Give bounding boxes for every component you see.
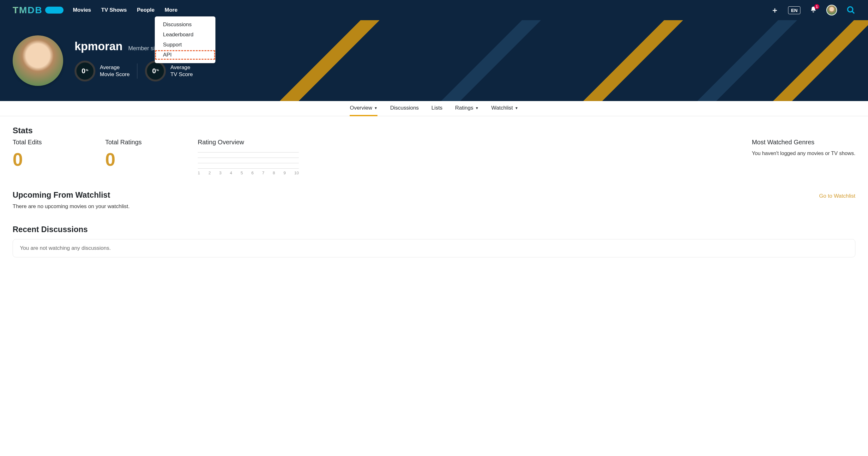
upcoming-text: There are no upcoming movies on your wat… [12, 203, 856, 210]
recent-discussions-section: Recent Discussions You are not watching … [12, 225, 856, 257]
recent-discussions-empty: You are not watching any discussions. [12, 239, 856, 257]
caret-down-icon: ▼ [515, 106, 518, 110]
avatar[interactable] [826, 5, 837, 15]
total-ratings-col: Total Ratings 0 [105, 139, 198, 175]
tab-lists[interactable]: Lists [432, 101, 442, 116]
tab-discussions[interactable]: Discussions [390, 101, 419, 116]
tab-watchlist[interactable]: Watchlist▼ [491, 101, 518, 116]
movie-score-block: 0% Average Movie Score [74, 61, 129, 82]
genres-text: You haven't logged any movies or TV show… [752, 150, 856, 156]
nav: Movies TV Shows People More [73, 7, 178, 13]
logo-pill-icon [45, 7, 63, 13]
total-ratings-label: Total Ratings [105, 139, 198, 146]
caret-down-icon: ▼ [475, 106, 478, 110]
dropdown-leaderboard[interactable]: Leaderboard [155, 30, 215, 40]
tv-score-ring: 0% [145, 61, 166, 82]
header: TMDB Movies TV Shows People More ＋ EN 1 … [0, 0, 868, 20]
total-ratings-value: 0 [105, 150, 198, 169]
genres-label: Most Watched Genres [752, 139, 856, 146]
logo[interactable]: TMDB [12, 5, 63, 15]
add-icon[interactable]: ＋ [771, 5, 779, 15]
rating-overview-col: Rating Overview 1 2 3 4 5 6 7 8 9 10 [198, 139, 290, 175]
search-icon[interactable] [846, 6, 856, 14]
profile-banner: kpmoran Member since 0% Average Movie Sc… [0, 20, 868, 101]
profile-avatar[interactable] [12, 35, 63, 86]
score-divider [137, 63, 137, 78]
nav-movies[interactable]: Movies [73, 7, 91, 13]
username: kpmoran [74, 40, 123, 53]
caret-down-icon: ▼ [374, 106, 377, 110]
nav-people[interactable]: People [137, 7, 155, 13]
dropdown-api[interactable]: API [155, 50, 215, 60]
svg-line-1 [852, 11, 855, 13]
header-actions: ＋ EN 1 [771, 5, 856, 15]
total-edits-col: Total Edits 0 [12, 139, 105, 175]
movie-score-value: 0 [82, 67, 85, 75]
rating-chart: 1 2 3 4 5 6 7 8 9 10 [198, 152, 299, 175]
total-edits-value: 0 [12, 150, 105, 169]
movie-score-ring: 0% [74, 61, 95, 82]
tv-score-value: 0 [152, 67, 156, 75]
svg-point-0 [848, 7, 853, 12]
rating-overview-label: Rating Overview [198, 139, 290, 146]
logo-text: TMDB [12, 5, 43, 15]
nav-more[interactable]: More [164, 7, 178, 13]
more-dropdown: Discussions Leaderboard Support API [155, 17, 215, 63]
genres-col: Most Watched Genres You haven't logged a… [752, 139, 856, 175]
rating-axis: 1 2 3 4 5 6 7 8 9 10 [198, 168, 299, 175]
notifications-button[interactable]: 1 [810, 6, 817, 14]
nav-tv-shows[interactable]: TV Shows [101, 7, 127, 13]
content: Stats Total Edits 0 Total Ratings 0 Rati… [0, 116, 868, 267]
tab-overview[interactable]: Overview▼ [350, 101, 377, 116]
language-selector[interactable]: EN [788, 6, 800, 14]
recent-discussions-title: Recent Discussions [12, 225, 856, 234]
dropdown-discussions[interactable]: Discussions [155, 20, 215, 30]
total-edits-label: Total Edits [12, 139, 105, 146]
movie-score-label: Average Movie Score [100, 64, 129, 78]
tv-score-block: 0% Average TV Score [145, 61, 193, 82]
tab-ratings[interactable]: Ratings▼ [455, 101, 479, 116]
tv-score-label: Average TV Score [170, 64, 193, 78]
dropdown-support[interactable]: Support [155, 40, 215, 50]
go-to-watchlist-link[interactable]: Go to Watchlist [819, 193, 856, 199]
notification-badge: 1 [814, 4, 819, 9]
stats-title: Stats [12, 126, 856, 135]
upcoming-title: Upcoming From Watchlist [12, 190, 110, 200]
profile-tabs: Overview▼ Discussions Lists Ratings▼ Wat… [0, 101, 868, 116]
upcoming-section: Upcoming From Watchlist Go to Watchlist … [12, 190, 856, 210]
